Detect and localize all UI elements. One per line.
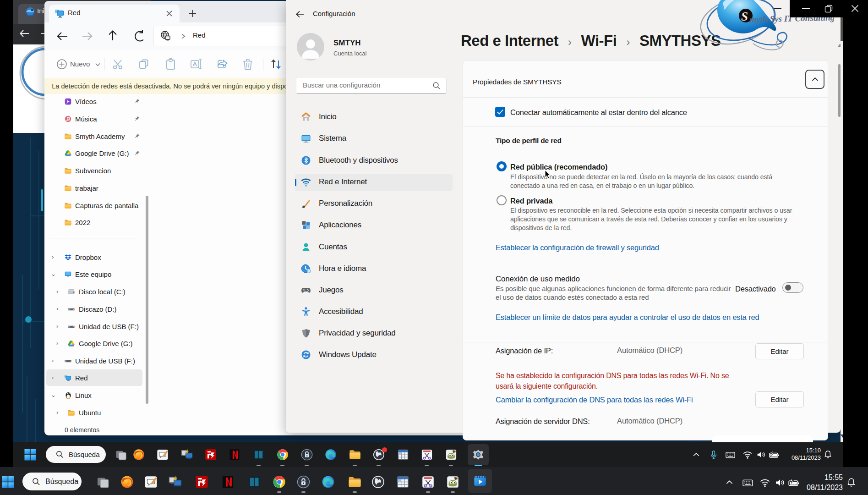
svg-text:S: S: [741, 10, 748, 23]
